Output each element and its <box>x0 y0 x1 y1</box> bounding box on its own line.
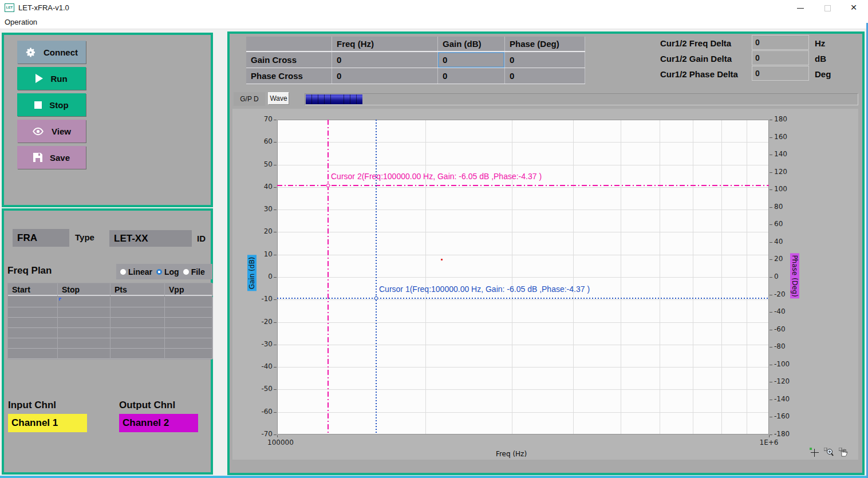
id-field[interactable]: LET-XX <box>109 230 192 247</box>
plan-table-cell[interactable] <box>58 328 111 338</box>
phase-tick-label: -40 <box>774 307 786 315</box>
plan-table-cell[interactable] <box>58 307 111 318</box>
zoom-tool-icon[interactable] <box>824 448 834 457</box>
gain-delta-unit: dB <box>815 54 826 64</box>
maximize-button[interactable] <box>818 0 837 15</box>
minimize-button[interactable] <box>791 0 810 15</box>
phase-tick-mark <box>770 400 772 400</box>
plan-table-cell[interactable] <box>8 349 58 359</box>
radio-log[interactable] <box>156 269 162 275</box>
close-button[interactable]: × <box>844 0 863 15</box>
plan-table-cell[interactable] <box>165 307 213 318</box>
plan-table-cell[interactable] <box>111 338 165 349</box>
menu-item-operation[interactable]: Operation <box>5 18 37 26</box>
phase-tick-label: -80 <box>774 342 786 350</box>
plan-table-row[interactable] <box>8 338 212 349</box>
plan-table-cell[interactable] <box>165 328 213 338</box>
gain-tick-mark <box>274 389 277 390</box>
plan-table-cell[interactable] <box>8 307 58 318</box>
phase-tick-label: -60 <box>774 325 786 333</box>
plan-table-row[interactable] <box>8 328 212 338</box>
plan-table-cell[interactable] <box>8 297 58 307</box>
gain-delta-label: Cur1/2 Gain Delta <box>660 54 732 64</box>
plan-table-header-cell: Vpp <box>165 283 213 296</box>
plan-table-cell[interactable] <box>58 297 111 307</box>
cross-table-cell[interactable]: 0 <box>332 52 438 68</box>
plan-table-cell[interactable] <box>58 338 111 349</box>
plan-table-cell[interactable] <box>165 318 213 328</box>
plan-table-row[interactable] <box>8 349 212 359</box>
plan-table-cell[interactable] <box>58 349 111 359</box>
radio-linear[interactable] <box>120 269 126 275</box>
phase-delta-unit: Deg <box>815 69 831 79</box>
gain-tick-mark <box>274 412 277 413</box>
cross-table-cell[interactable]: 0 <box>332 68 438 84</box>
gain-tick-mark <box>274 120 277 120</box>
plan-table-cell[interactable] <box>111 307 165 318</box>
cursor-1-vline[interactable] <box>376 120 377 434</box>
phase-tick-mark <box>770 224 772 225</box>
cross-table-cell[interactable]: 0 <box>438 68 505 84</box>
run-button[interactable]: Run <box>17 67 86 90</box>
v-gridline <box>693 120 693 434</box>
plan-table-cell[interactable] <box>111 328 165 338</box>
floppy-icon <box>33 153 42 162</box>
phase-tick-mark <box>770 295 772 295</box>
plan-table-cell[interactable] <box>8 338 58 349</box>
gain-tick-mark <box>274 277 277 278</box>
plan-table-cell[interactable] <box>111 318 165 328</box>
freq-plan-table[interactable]: StartStopPtsVpp <box>7 283 212 360</box>
h-gridline <box>278 210 768 210</box>
bode-chart[interactable]: 706050403020100-10-20-30-40-50-60-701801… <box>232 109 858 460</box>
output-channel-select[interactable]: Channel 2 <box>119 414 198 432</box>
h-gridline <box>278 142 768 143</box>
freq-delta-field[interactable]: 0 <box>752 35 809 50</box>
gain-tick-label: -50 <box>254 385 273 393</box>
output-chnl-label: Output Chnl <box>119 400 175 411</box>
plan-table-cell[interactable] <box>58 318 111 328</box>
cross-table-cell[interactable]: 0 <box>505 68 585 84</box>
cross-table-cell[interactable]: 0 <box>438 52 505 68</box>
cross-table-row-label: Phase Cross <box>246 68 332 84</box>
gain-delta-field[interactable]: 0 <box>752 50 809 65</box>
phase-tick-label: -20 <box>774 290 786 298</box>
plan-table-cell[interactable] <box>8 318 58 328</box>
cross-table-header-cell: Phase (Deg) <box>505 37 585 51</box>
connect-button[interactable]: Connect <box>17 41 86 64</box>
save-button[interactable]: Save <box>17 146 86 169</box>
stop-button[interactable]: Stop <box>17 93 86 116</box>
plan-table-row[interactable] <box>8 318 212 328</box>
gear-icon <box>25 47 36 58</box>
cross-table-cell[interactable]: 0 <box>505 52 585 68</box>
plan-table-cell[interactable] <box>8 328 58 338</box>
phase-tick-label: -120 <box>774 377 790 385</box>
phase-tick-mark <box>770 120 772 120</box>
plan-table-cell[interactable] <box>111 349 165 359</box>
window-bottom-border <box>0 476 868 478</box>
type-field[interactable]: FRA <box>13 229 69 247</box>
cursor-1-label: Cursor 1(Freq:100000.00 Hz, Gain: -6.05 … <box>379 285 590 294</box>
plan-table-cell[interactable] <box>165 297 213 307</box>
phase-tick-label: -140 <box>774 395 790 403</box>
tab-gpd[interactable]: G/P D <box>234 92 265 106</box>
cursor-2-hline[interactable] <box>277 185 769 186</box>
plan-table-row[interactable] <box>8 307 212 318</box>
radio-file[interactable] <box>183 269 189 275</box>
v-gridline <box>573 120 574 434</box>
gain-tick-mark <box>274 255 277 255</box>
tab-wave[interactable]: Wave <box>268 92 289 105</box>
crosshair-tool-icon[interactable] <box>810 448 819 457</box>
plan-table-cell[interactable] <box>165 338 213 349</box>
plan-table-cell[interactable] <box>111 297 165 307</box>
view-button[interactable]: View <box>17 120 86 143</box>
plan-table-cell[interactable] <box>165 349 213 359</box>
phase-delta-field[interactable]: 0 <box>752 66 809 81</box>
plan-table-row[interactable] <box>8 297 212 307</box>
pan-tool-icon[interactable] <box>839 448 849 457</box>
cursor-2-vline[interactable] <box>328 120 329 434</box>
h-gridline <box>278 389 768 390</box>
cursor-1-hline[interactable] <box>277 298 769 299</box>
gain-tick-label: 70 <box>254 115 273 123</box>
phase-tick-label: 0 <box>774 272 779 281</box>
input-channel-select[interactable]: Channel 1 <box>8 414 87 432</box>
